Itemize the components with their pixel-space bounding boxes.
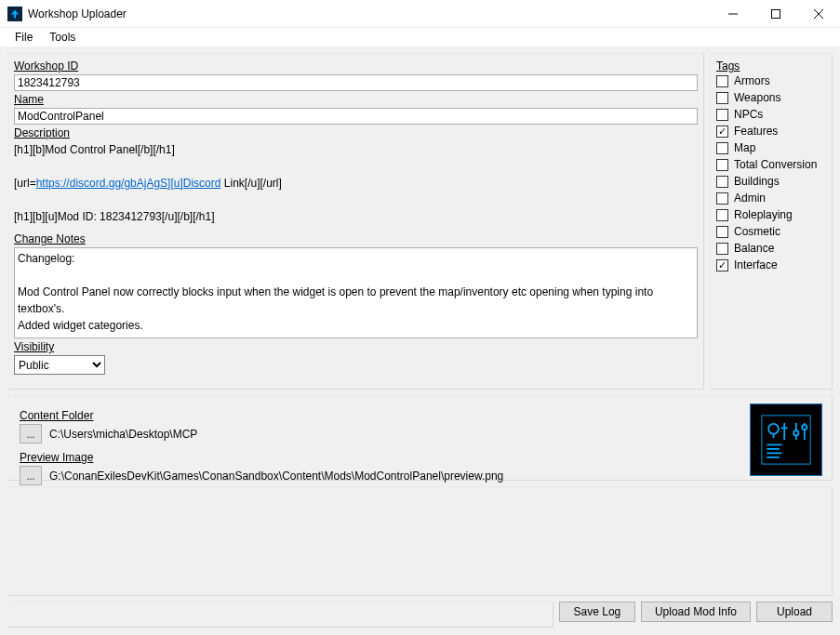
name-label: Name — [14, 93, 698, 106]
tag-row-features: Features — [716, 125, 826, 138]
tag-label: Armors — [734, 74, 770, 87]
preview-thumbnail — [750, 403, 822, 476]
maximize-button[interactable] — [754, 0, 797, 27]
workshop-id-input[interactable] — [14, 74, 698, 91]
tag-row-roleplaying: Roleplaying — [716, 208, 826, 221]
preview-image-path: G:\ConanExilesDevKit\Games\ConanSandbox\… — [49, 470, 503, 483]
tag-checkbox-weapons[interactable] — [716, 92, 728, 104]
content-folder-path: C:\Users\micha\Desktop\MCP — [49, 428, 197, 441]
tag-label: Map — [734, 141, 755, 154]
tag-label: Weapons — [734, 91, 780, 104]
tag-checkbox-balance[interactable] — [716, 243, 728, 255]
name-input[interactable] — [14, 108, 698, 125]
title-bar: Workshop Uploader — [0, 0, 840, 28]
tags-panel: Tags ArmorsWeaponsNPCsFeaturesMapTotal C… — [710, 53, 833, 390]
menu-tools[interactable]: Tools — [42, 29, 83, 46]
tag-label: Admin — [734, 192, 766, 205]
app-icon — [7, 7, 22, 21]
visibility-select[interactable]: Public — [14, 355, 105, 375]
tag-checkbox-interface[interactable] — [716, 259, 728, 271]
change-notes-label: Change Notes — [14, 232, 698, 245]
tag-row-balance: Balance — [716, 242, 826, 255]
tag-label: Cosmetic — [734, 225, 780, 238]
paths-panel: Content Folder ... C:\Users\micha\Deskto… — [7, 395, 833, 481]
content-folder-label: Content Folder — [20, 409, 740, 422]
tag-checkbox-total-conversion[interactable] — [716, 159, 728, 171]
workshop-id-label: Workshop ID — [14, 60, 698, 73]
tags-list: ArmorsWeaponsNPCsFeaturesMapTotal Conver… — [716, 74, 826, 271]
description-label: Description — [14, 126, 698, 139]
tag-checkbox-npcs[interactable] — [716, 109, 728, 121]
tag-checkbox-cosmetic[interactable] — [716, 226, 728, 238]
svg-point-5 — [768, 424, 779, 434]
close-button[interactable] — [797, 0, 840, 27]
tag-checkbox-admin[interactable] — [716, 192, 728, 205]
svg-rect-1 — [772, 9, 780, 18]
menu-bar: File Tools — [0, 28, 840, 46]
tag-row-npcs: NPCs — [716, 108, 826, 121]
tag-row-interface: Interface — [716, 258, 826, 271]
save-log-button[interactable]: Save Log — [559, 602, 635, 622]
svg-point-9 — [793, 430, 798, 435]
status-area — [7, 602, 553, 628]
tag-row-map: Map — [716, 141, 826, 154]
tag-label: Features — [734, 125, 778, 138]
tag-checkbox-features[interactable] — [716, 126, 728, 138]
tag-label: Roleplaying — [734, 208, 793, 221]
log-panel — [7, 486, 833, 596]
tag-row-admin: Admin — [716, 192, 826, 205]
tag-row-total-conversion: Total Conversion — [716, 158, 826, 171]
content-folder-browse-button[interactable]: ... — [20, 424, 42, 443]
tag-label: Total Conversion — [734, 158, 817, 171]
description-input[interactable]: [h1][b]Mod Control Panel[/b][/h1] [url=h… — [14, 141, 698, 231]
main-form-panel: Workshop ID Name Description [h1][b]Mod … — [7, 53, 704, 390]
minimize-button[interactable] — [712, 0, 754, 27]
svg-point-12 — [802, 425, 807, 430]
description-discord-link[interactable]: https://discord.gg/gbAjAgS][u]Discord — [36, 177, 221, 190]
tag-row-weapons: Weapons — [716, 91, 826, 104]
change-notes-input[interactable] — [14, 247, 698, 338]
window-title: Workshop Uploader — [28, 7, 712, 20]
tag-checkbox-map[interactable] — [716, 142, 728, 154]
tags-label: Tags — [716, 60, 826, 73]
tag-row-buildings: Buildings — [716, 175, 826, 188]
tag-label: Buildings — [734, 175, 780, 188]
tag-row-cosmetic: Cosmetic — [716, 225, 826, 238]
menu-file[interactable]: File — [7, 29, 40, 46]
tag-label: Balance — [734, 242, 774, 255]
tag-checkbox-buildings[interactable] — [716, 176, 728, 188]
tag-row-armors: Armors — [716, 74, 826, 87]
upload-button[interactable]: Upload — [756, 602, 833, 622]
upload-mod-info-button[interactable]: Upload Mod Info — [641, 602, 751, 622]
tag-label: NPCs — [734, 108, 763, 121]
tag-label: Interface — [734, 258, 778, 271]
preview-image-browse-button[interactable]: ... — [20, 466, 42, 485]
tag-checkbox-roleplaying[interactable] — [716, 209, 728, 221]
preview-image-label: Preview Image — [20, 451, 740, 464]
visibility-label: Visibility — [14, 340, 698, 353]
bottom-bar: Save Log Upload Mod Info Upload — [7, 602, 833, 628]
content-area: Workshop ID Name Description [h1][b]Mod … — [0, 46, 840, 635]
tag-checkbox-armors[interactable] — [716, 75, 728, 87]
